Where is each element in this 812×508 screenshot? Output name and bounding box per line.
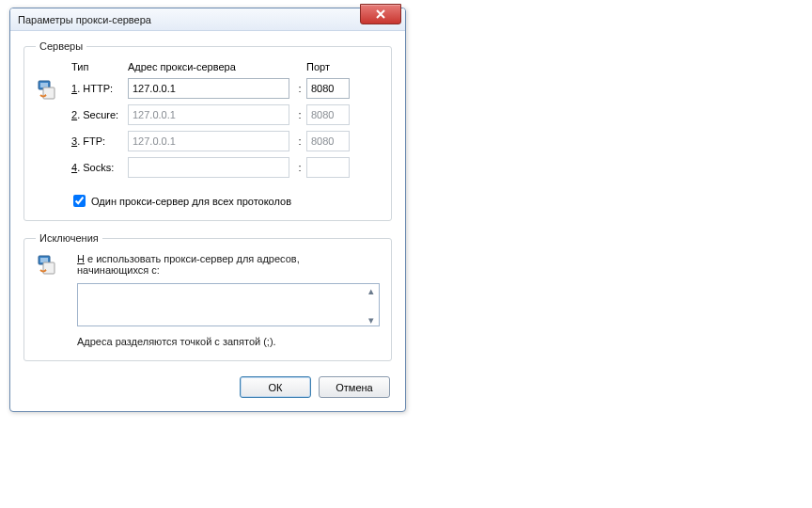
svg-rect-2: [43, 87, 55, 99]
exceptions-hint: Адреса разделяются точкой с запятой (;).: [77, 336, 380, 347]
colon: :: [293, 162, 306, 173]
arrow-down-icon: ▾: [368, 314, 374, 326]
row-label-socks: 4. Socks:: [71, 162, 128, 173]
proxy-settings-window: Параметры прокси-сервера Серверы Тип Адр…: [9, 8, 406, 412]
colon: :: [293, 109, 306, 120]
same-proxy-checkbox[interactable]: [73, 195, 86, 207]
ok-button[interactable]: ОК: [240, 376, 311, 398]
svg-rect-1: [40, 83, 48, 87]
textarea-scroll-arrows[interactable]: ▴▾: [365, 285, 378, 326]
same-proxy-label: Один прокси-сервер для всех протоколов: [91, 196, 291, 207]
header-address: Адрес прокси-сервера: [128, 61, 293, 72]
close-button[interactable]: [360, 4, 401, 24]
secure-port-input: [306, 104, 350, 125]
header-type: Тип: [71, 61, 128, 72]
colon: :: [293, 135, 306, 147]
socks-port-input: [306, 157, 350, 178]
exceptions-label: ННе использовать прокси-сервер для адрес…: [77, 253, 380, 276]
socks-address-input: [128, 157, 289, 178]
close-icon: [376, 9, 385, 19]
http-port-input[interactable]: [306, 78, 350, 99]
colon: :: [293, 83, 306, 94]
cancel-button[interactable]: Отмена: [319, 376, 390, 398]
exceptions-group: Исключения ННе использовать прокси-серве…: [23, 232, 392, 361]
window-title: Параметры прокси-сервера: [18, 14, 151, 25]
arrow-up-icon: ▴: [368, 285, 374, 297]
exceptions-icon: [36, 253, 58, 276]
ftp-port-input: [306, 131, 350, 151]
row-label-ftp: 3. FTP:: [71, 135, 128, 147]
exceptions-textarea[interactable]: [77, 283, 380, 326]
header-port: Порт: [306, 61, 351, 72]
svg-rect-5: [43, 262, 55, 274]
titlebar: Параметры прокси-сервера: [10, 8, 405, 31]
server-icon: [36, 78, 58, 101]
column-headers: Тип Адрес прокси-сервера Порт: [36, 61, 380, 72]
exceptions-legend: Исключения: [36, 232, 102, 244]
servers-legend: Серверы: [36, 40, 86, 52]
servers-group: Серверы Тип Адрес прокси-сервера Порт: [23, 40, 392, 221]
row-label-secure: 2. Secure:: [71, 109, 128, 120]
http-address-input[interactable]: [128, 78, 289, 99]
ftp-address-input: [128, 131, 289, 151]
secure-address-input: [128, 104, 289, 125]
svg-rect-4: [40, 258, 48, 262]
row-label-http: 1. HTTP:: [71, 83, 128, 94]
